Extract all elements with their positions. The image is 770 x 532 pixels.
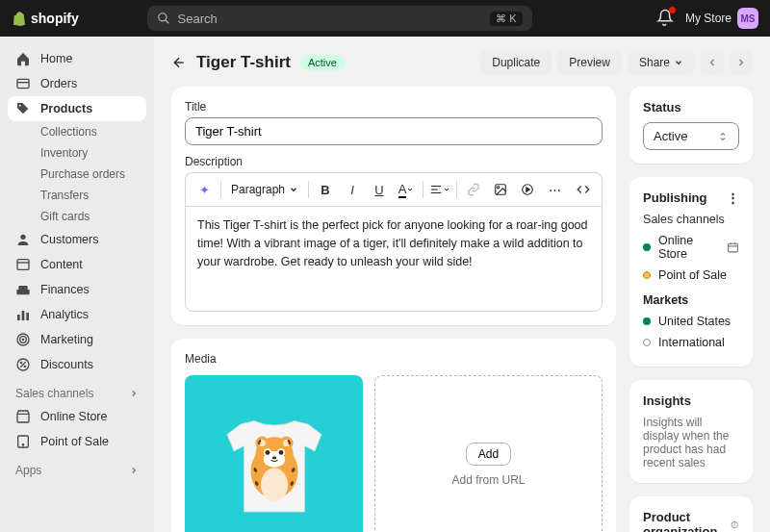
preview-button[interactable]: Preview — [557, 50, 622, 75]
search-input[interactable]: Search ⌘ K — [147, 6, 532, 31]
editor-toolbar: ✦ Paragraph B I U A ⋯ — [185, 172, 603, 206]
select-caret-icon — [717, 131, 729, 142]
ai-icon[interactable]: ✦ — [192, 177, 217, 202]
shopify-logo[interactable]: shopify — [12, 10, 79, 27]
svg-point-39 — [265, 449, 270, 454]
search-icon — [157, 12, 170, 25]
org-header: Product organization — [643, 510, 725, 532]
svg-rect-2 — [17, 79, 29, 88]
underline-icon[interactable]: U — [367, 177, 392, 202]
sidebar-sub-transfers[interactable]: Transfers — [8, 185, 146, 206]
chevron-right-icon — [129, 466, 139, 475]
sidebar-item-discounts[interactable]: Discounts — [8, 352, 146, 377]
link-icon[interactable] — [461, 177, 486, 202]
status-select[interactable]: Active — [643, 122, 739, 150]
more-icon[interactable]: ⋮ — [727, 190, 739, 205]
home-icon — [15, 51, 31, 66]
add-media-button[interactable]: Add — [466, 443, 511, 466]
description-label: Description — [185, 155, 603, 168]
sidebar-channel-online-store[interactable]: Online Store — [8, 404, 146, 429]
svg-rect-43 — [729, 243, 738, 252]
svg-rect-10 — [22, 311, 25, 320]
media-thumbnail[interactable] — [185, 375, 363, 532]
sidebar-sub-purchase-orders[interactable]: Purchase orders — [8, 164, 146, 185]
svg-rect-11 — [26, 313, 29, 320]
brand-text: shopify — [31, 11, 79, 26]
sidebar-item-customers[interactable]: Customers — [8, 227, 146, 252]
svg-point-18 — [24, 366, 25, 367]
description-editor[interactable]: This Tiger T-shirt is the perfect pick f… — [185, 206, 603, 312]
status-dot-icon — [643, 317, 651, 325]
share-button[interactable]: Share — [628, 50, 695, 75]
main-content: Tiger T-shirt Active Duplicate Preview S… — [154, 37, 770, 532]
sidebar-section-apps[interactable]: Apps — [8, 454, 146, 481]
sidebar-item-finances[interactable]: Finances — [8, 277, 146, 302]
svg-rect-8 — [18, 286, 27, 290]
next-product-button[interactable] — [730, 50, 753, 75]
title-input[interactable] — [185, 117, 603, 145]
sidebar-sub-inventory[interactable]: Inventory — [8, 142, 146, 164]
more-icon[interactable]: ⋯ — [542, 177, 567, 202]
paragraph-select[interactable]: Paragraph — [225, 183, 304, 196]
sidebar-sub-collections[interactable]: Collections — [8, 121, 146, 142]
sidebar-item-analytics[interactable]: Analytics — [8, 302, 146, 327]
sidebar-item-home[interactable]: Home — [8, 46, 146, 71]
code-view-icon[interactable] — [571, 177, 596, 202]
sidebar: Home Orders Products Collections Invento… — [0, 37, 154, 532]
svg-point-41 — [271, 456, 275, 459]
notification-dot — [669, 7, 676, 13]
svg-rect-19 — [17, 414, 29, 422]
prev-product-button[interactable] — [701, 50, 724, 75]
title-desc-card: Title Description ✦ Paragraph B I U A — [171, 87, 616, 325]
user-icon — [15, 232, 31, 247]
image-icon[interactable] — [488, 177, 513, 202]
sidebar-sub-gift-cards[interactable]: Gift cards — [8, 206, 146, 227]
svg-point-42 — [261, 468, 288, 501]
video-icon[interactable] — [515, 177, 540, 202]
page-header: Tiger T-shirt Active Duplicate Preview S… — [171, 50, 753, 75]
info-icon[interactable] — [731, 519, 739, 531]
duplicate-button[interactable]: Duplicate — [480, 50, 552, 75]
status-dot-icon — [643, 243, 651, 251]
page-title: Tiger T-shirt — [196, 53, 291, 72]
svg-point-49 — [734, 522, 735, 523]
svg-point-17 — [20, 362, 21, 363]
sidebar-item-marketing[interactable]: Marketing — [8, 327, 146, 352]
text-color-icon[interactable]: A — [394, 177, 419, 202]
media-dropzone[interactable]: Add Add from URL — [374, 375, 603, 532]
sidebar-item-orders[interactable]: Orders — [8, 71, 146, 96]
sales-channels-label: Sales channels — [643, 213, 739, 226]
status-header: Status — [643, 100, 739, 114]
title-label: Title — [185, 100, 603, 114]
status-dot-icon — [643, 271, 651, 279]
bold-icon[interactable]: B — [313, 177, 338, 202]
channel-online-store: Online Store — [643, 230, 739, 265]
sidebar-section-channels[interactable]: Sales channels — [8, 377, 146, 404]
status-badge: Active — [300, 55, 345, 70]
align-icon[interactable] — [427, 177, 452, 202]
svg-point-4 — [20, 235, 25, 240]
target-icon — [15, 332, 31, 347]
chevron-right-icon — [129, 389, 139, 398]
back-arrow-icon[interactable] — [171, 55, 187, 70]
topbar: shopify Search ⌘ K My Store MS — [0, 0, 770, 37]
svg-point-14 — [22, 339, 23, 340]
status-dot-icon — [643, 339, 651, 346]
media-header: Media — [185, 352, 603, 366]
italic-icon[interactable]: I — [340, 177, 365, 202]
sidebar-channel-pos[interactable]: Point of Sale — [8, 429, 146, 454]
organization-card: Product organization Product category Sh… — [629, 496, 753, 532]
svg-rect-7 — [16, 290, 29, 294]
svg-point-3 — [19, 105, 21, 107]
notifications-icon[interactable] — [656, 9, 674, 29]
svg-line-1 — [165, 20, 168, 24]
store-icon — [15, 409, 31, 424]
add-from-url-link[interactable]: Add from URL — [452, 473, 526, 487]
tag-icon — [15, 101, 31, 116]
sidebar-item-content[interactable]: Content — [8, 252, 146, 277]
svg-marker-29 — [526, 188, 530, 192]
calendar-icon[interactable] — [727, 241, 739, 254]
store-switcher[interactable]: My Store MS — [685, 8, 758, 29]
insights-text: Insights will display when the product h… — [643, 416, 739, 469]
sidebar-item-products[interactable]: Products — [8, 96, 146, 121]
